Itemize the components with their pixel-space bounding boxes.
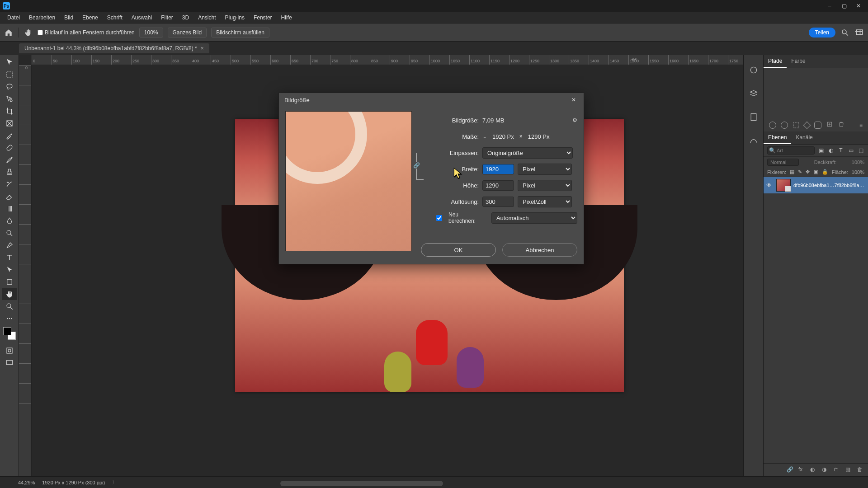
fit-select[interactable]: Originalgröße bbox=[482, 147, 573, 159]
filesize-value: 7,09 MB bbox=[482, 117, 504, 124]
image-size-dialog: Bildgröße ✕ Bildgröße: 7,09 MB ⚙︎ Maße: … bbox=[278, 93, 584, 264]
resample-checkbox[interactable] bbox=[436, 215, 442, 221]
filesize-label: Bildgröße: bbox=[420, 117, 479, 124]
dimensions-width: 1920 Px bbox=[492, 133, 514, 140]
width-input[interactable] bbox=[482, 164, 514, 174]
dimensions-times: × bbox=[519, 133, 523, 140]
dialog-close-icon[interactable]: ✕ bbox=[569, 95, 578, 104]
gear-icon[interactable]: ⚙︎ bbox=[572, 117, 577, 123]
dimensions-label: Maße: bbox=[420, 133, 479, 140]
height-unit-select[interactable]: Pixel bbox=[518, 180, 572, 191]
width-unit-select[interactable]: Pixel bbox=[518, 164, 572, 175]
resample-label: Neu berechnen: bbox=[448, 211, 485, 224]
height-input[interactable] bbox=[482, 180, 514, 191]
foreground-color-swatch[interactable] bbox=[3, 327, 11, 335]
fit-label: Einpassen: bbox=[420, 150, 479, 156]
dialog-titlebar[interactable]: Bildgröße ✕ bbox=[279, 93, 584, 107]
caret-down-icon[interactable]: ⌄ bbox=[482, 133, 487, 140]
height-label: Höhe: bbox=[420, 182, 479, 189]
ok-button[interactable]: OK bbox=[421, 243, 496, 257]
resolution-unit-select[interactable]: Pixel/Zoll bbox=[518, 196, 572, 207]
link-icon[interactable]: 🔗 bbox=[413, 162, 420, 169]
resolution-input[interactable] bbox=[482, 197, 514, 207]
dimensions-height: 1290 Px bbox=[528, 133, 550, 140]
width-label: Breite: bbox=[420, 166, 479, 173]
resample-method-select[interactable]: Automatisch bbox=[491, 212, 577, 224]
resolution-label: Auflösung: bbox=[420, 198, 479, 205]
dialog-title: Bildgröße bbox=[284, 97, 310, 103]
cancel-button[interactable]: Abbrechen bbox=[502, 243, 577, 257]
dialog-preview[interactable] bbox=[285, 111, 412, 251]
